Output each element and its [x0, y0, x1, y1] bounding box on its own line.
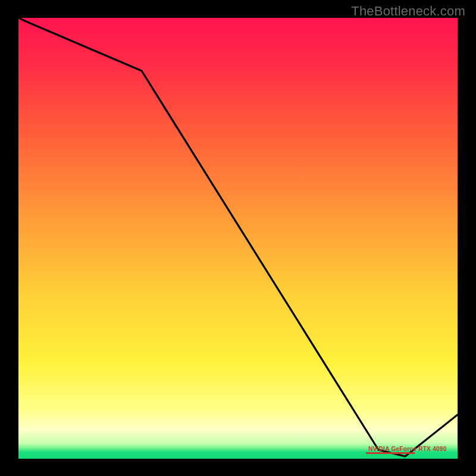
- gpu-marker-label: NVIDIA GeForce RTX 4090: [368, 446, 447, 452]
- plot-frame: NVIDIA GeForce RTX 4090: [12, 18, 464, 465]
- plot-area: NVIDIA GeForce RTX 4090: [18, 18, 458, 459]
- bottleneck-curve: [18, 18, 458, 459]
- watermark-text: TheBottleneck.com: [351, 4, 465, 19]
